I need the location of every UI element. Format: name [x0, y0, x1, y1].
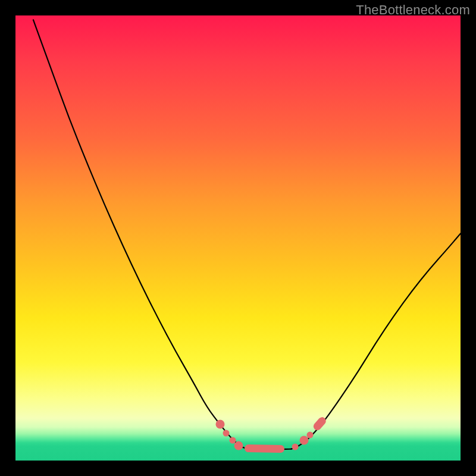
marker-dot: [292, 443, 298, 450]
marker-dot: [216, 419, 225, 428]
markers-layer: [15, 15, 461, 461]
marker-dot: [299, 436, 308, 445]
marker-dot: [234, 441, 243, 450]
marker-pill: [245, 444, 285, 453]
marker-dot: [307, 431, 314, 438]
plot-area: [15, 15, 461, 461]
watermark-text: TheBottleneck.com: [356, 2, 470, 18]
marker-pill: [312, 416, 327, 432]
chart-frame: TheBottleneck.com: [0, 0, 476, 476]
marker-dot: [223, 430, 229, 436]
